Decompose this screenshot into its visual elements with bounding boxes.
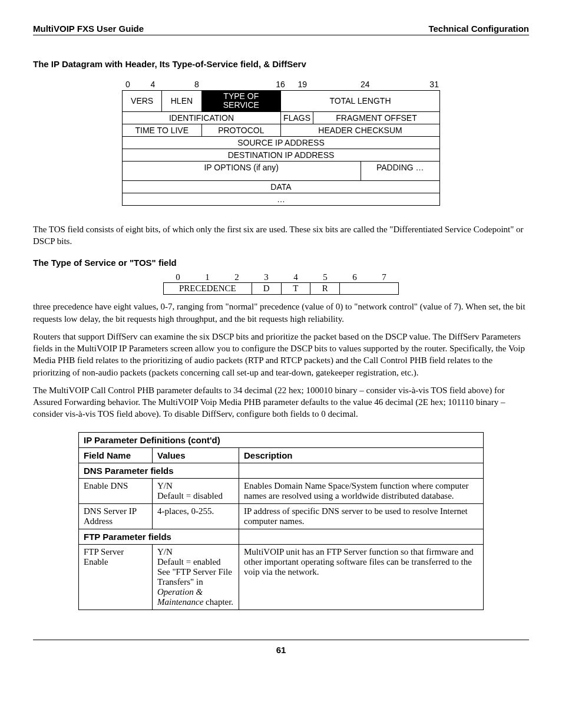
defs-values: 4-places, 0-255. xyxy=(153,503,239,529)
ipd-ellipsis: … xyxy=(123,193,440,205)
bit-label: 31 xyxy=(414,80,439,89)
ipd-fragment-offset: FRAGMENT OFFSET xyxy=(313,111,439,124)
header-left: MultiVOIP FXS User Guide xyxy=(33,24,144,34)
tos-table: PRECEDENCE D T R xyxy=(163,282,399,295)
bit-label: 4 xyxy=(151,80,194,89)
bit-label: 16 xyxy=(276,80,297,89)
ip-parameter-definitions-table: IP Parameter Definitions (cont'd) Field … xyxy=(78,432,484,610)
ipd-ttl: TIME TO LIVE xyxy=(123,124,202,136)
tos-blank xyxy=(340,283,399,295)
ftp-group-head: FTP Parameter fields xyxy=(79,529,239,544)
tos-r: R xyxy=(310,283,340,295)
dns-group-head: DNS Parameter fields xyxy=(79,463,239,478)
bit-label: 0 xyxy=(125,80,151,89)
paragraph-precedence: three precedence have eight values, 0-7,… xyxy=(33,301,529,325)
ip-datagram-table: VERS HLEN TYPE OF SERVICE TOTAL LENGTH I… xyxy=(122,90,440,206)
ipd-src-ip: SOURCE IP ADDRESS xyxy=(123,136,440,149)
ipd-data: DATA xyxy=(123,180,440,193)
table-row: Enable DNS Y/N Default = disabled Enable… xyxy=(79,478,484,503)
ipd-tos: TYPE OF SERVICE xyxy=(201,91,281,112)
bit-ruler: 0 4 8 16 19 24 31 xyxy=(122,80,440,90)
ipd-dst-ip: DESTINATION IP ADDRESS xyxy=(123,149,440,161)
tos-t: T xyxy=(281,283,310,295)
defs-col-desc: Description xyxy=(239,447,484,463)
ipd-total-length: TOTAL LENGTH xyxy=(281,91,440,112)
tos-bit: 7 xyxy=(369,272,399,282)
defs-field: FTP Server Enable xyxy=(79,544,153,610)
tos-heading: The Type of Service or "TOS" field xyxy=(33,258,529,268)
ftp-group-blank xyxy=(239,529,484,544)
page-header: MultiVOIP FXS User Guide Technical Confi… xyxy=(33,24,529,35)
header-right: Technical Configuration xyxy=(428,24,529,34)
paragraph-diffserv: Routers that support DiffServ can examin… xyxy=(33,331,529,378)
tos-d: D xyxy=(252,283,281,295)
defs-col-field: Field Name xyxy=(79,447,153,463)
ipd-padding: PADDING … xyxy=(361,161,439,180)
tos-bit: 1 xyxy=(193,272,222,282)
ipd-hlen: HLEN xyxy=(162,91,201,112)
ipd-header-checksum: HEADER CHECKSUM xyxy=(281,124,440,136)
ip-datagram-figure: 0 4 8 16 19 24 31 VERS HLEN TYPE OF SERV… xyxy=(122,80,440,206)
dns-group-blank xyxy=(239,463,484,478)
defs-title: IP Parameter Definitions (cont'd) xyxy=(79,432,484,447)
paragraph-tos-intro: The TOS field consists of eight bits, of… xyxy=(33,223,529,248)
tos-bit: 4 xyxy=(281,272,310,282)
tos-bit: 2 xyxy=(222,272,252,282)
ipd-flags: FLAGS xyxy=(281,111,313,124)
tos-bit: 0 xyxy=(163,272,193,282)
defs-desc: MultiVOIP unit has an FTP Server functio… xyxy=(239,544,484,610)
tos-figure: 0 1 2 3 4 5 6 7 PRECEDENCE D T R xyxy=(163,272,399,295)
tos-bit-ruler: 0 1 2 3 4 5 6 7 xyxy=(163,272,399,282)
tos-precedence: PRECEDENCE xyxy=(164,283,252,295)
defs-values: Y/N Default = enabled See "FTP Server Fi… xyxy=(153,544,239,610)
bit-label: 19 xyxy=(298,80,361,89)
section-title: The IP Datagram with Header, Its Type-of… xyxy=(33,59,529,69)
defs-col-values: Values xyxy=(153,447,239,463)
tos-bit: 5 xyxy=(310,272,340,282)
ipd-identification: IDENTIFICATION xyxy=(123,111,281,124)
table-row: DNS Server IP Address 4-places, 0-255. I… xyxy=(79,503,484,529)
tos-bit: 3 xyxy=(252,272,281,282)
table-row: FTP Server Enable Y/N Default = enabled … xyxy=(79,544,484,610)
bit-label: 24 xyxy=(361,80,414,89)
defs-desc: IP address of specific DNS server to be … xyxy=(239,503,484,529)
defs-field: Enable DNS xyxy=(79,478,153,503)
defs-desc: Enables Domain Name Space/System functio… xyxy=(239,478,484,503)
defs-values: Y/N Default = disabled xyxy=(153,478,239,503)
page-number: 61 xyxy=(33,640,529,655)
ipd-options: IP OPTIONS (if any) xyxy=(123,161,361,180)
ipd-protocol: PROTOCOL xyxy=(201,124,281,136)
tos-bit: 6 xyxy=(340,272,369,282)
paragraph-phb: The MultiVOIP Call Control PHB parameter… xyxy=(33,384,529,420)
ipd-vers: VERS xyxy=(123,91,162,112)
bit-label: 8 xyxy=(194,80,276,89)
defs-field: DNS Server IP Address xyxy=(79,503,153,529)
